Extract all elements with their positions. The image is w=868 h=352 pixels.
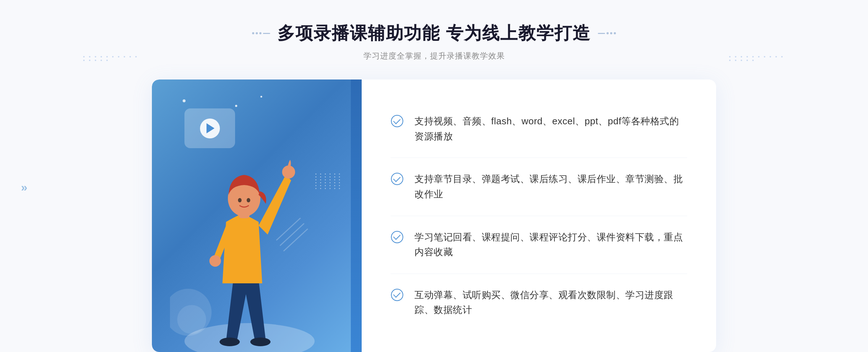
feature-item-2: 支持章节目录、弹题考试、课后练习、课后作业、章节测验、批改作业 xyxy=(391,158,687,216)
svg-point-3 xyxy=(282,166,295,179)
check-circle-3 xyxy=(391,231,403,243)
check-icon-4 xyxy=(391,288,404,301)
feature-text-3: 学习笔记回看、课程提问、课程评论打分、课件资料下载，重点内容收藏 xyxy=(414,230,687,260)
page-container: » 多项录播课辅助功能 专为线上教学打造 学习进度全掌握，提升录播课教学效果 xyxy=(0,0,868,352)
left-arrow-decoration: » xyxy=(21,181,27,194)
feature-text-1: 支持视频、音频、flash、word、excel、ppt、pdf等各种格式的资源… xyxy=(414,114,687,144)
svg-line-13 xyxy=(284,229,307,251)
svg-point-7 xyxy=(238,198,242,202)
header-section: 多项录播课辅助功能 专为线上教学打造 学习进度全掌握，提升录播课教学效果 xyxy=(252,22,616,61)
svg-point-8 xyxy=(247,198,250,202)
svg-point-4 xyxy=(209,255,221,267)
illustration-area xyxy=(152,80,362,352)
title-decoration-right xyxy=(598,32,616,34)
feature-item-4: 互动弹幕、试听购买、微信分享、观看次数限制、学习进度跟踪、数据统计 xyxy=(391,274,687,331)
check-icon-1 xyxy=(391,115,404,128)
title-row: 多项录播课辅助功能 专为线上教学打造 xyxy=(252,22,616,45)
check-circle-2 xyxy=(391,173,403,185)
sparkle-1 xyxy=(183,99,186,102)
check-icon-2 xyxy=(391,172,404,185)
svg-line-12 xyxy=(280,224,304,245)
sparkle-3 xyxy=(260,96,262,98)
page-title: 多项录播课辅助功能 专为线上教学打造 xyxy=(277,22,590,45)
main-content-card: 支持视频、音频、flash、word、excel、ppt、pdf等各种格式的资源… xyxy=(152,80,716,352)
page-subtitle: 学习进度全掌握，提升录播课教学效果 xyxy=(252,51,616,61)
features-area: 支持视频、音频、flash、word、excel、ppt、pdf等各种格式的资源… xyxy=(362,80,716,352)
svg-point-10 xyxy=(177,305,206,334)
check-circle-1 xyxy=(391,115,403,127)
check-circle-4 xyxy=(391,289,403,301)
svg-point-2 xyxy=(250,338,271,346)
feature-text-2: 支持章节目录、弹题考试、课后练习、课后作业、章节测验、批改作业 xyxy=(414,172,687,202)
feature-text-4: 互动弹幕、试听购买、微信分享、观看次数限制、学习进度跟踪、数据统计 xyxy=(414,288,687,318)
check-icon-3 xyxy=(391,231,404,244)
feature-item-3: 学习笔记回看、课程提问、课程评论打分、课件资料下载，重点内容收藏 xyxy=(391,216,687,274)
dots-decoration-left xyxy=(83,56,139,61)
svg-point-1 xyxy=(220,338,240,346)
human-illustration xyxy=(170,128,326,352)
dots-decoration-right xyxy=(729,56,785,61)
feature-item-1: 支持视频、音频、flash、word、excel、ppt、pdf等各种格式的资源… xyxy=(391,100,687,158)
sparkle-2 xyxy=(235,105,237,107)
title-decoration-left xyxy=(252,32,270,34)
svg-line-11 xyxy=(277,218,300,240)
blue-accent-bar xyxy=(351,80,362,352)
